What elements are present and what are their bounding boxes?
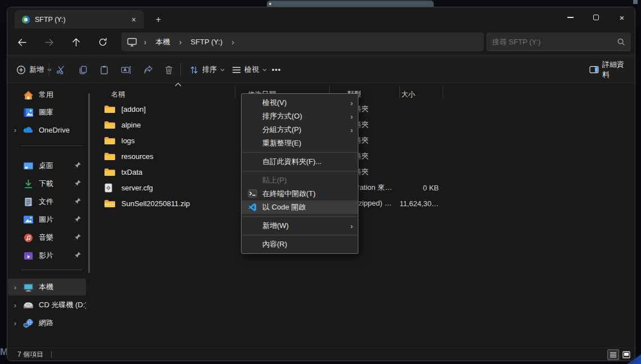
breadcrumb-segment[interactable]: SFTP (Y:)	[188, 37, 225, 47]
up-button[interactable]	[67, 33, 85, 51]
details-view-toggle[interactable]	[607, 349, 619, 360]
background-window-titlebar	[267, 0, 434, 7]
sidebar-item-documents[interactable]: ›文件	[8, 193, 86, 210]
file-name: SunSell20250811.zip	[121, 199, 190, 208]
trash-icon	[165, 65, 173, 75]
sidebar-item-desktop[interactable]: ›桌面	[8, 157, 86, 174]
home-icon	[22, 89, 34, 101]
sidebar-item-gallery[interactable]: ›圖庫	[8, 104, 86, 121]
maximize-icon	[593, 15, 599, 20]
minimize-button[interactable]	[557, 7, 583, 28]
paste-button[interactable]	[94, 61, 114, 79]
copy-icon	[78, 65, 88, 75]
address-bar-row: ›本機›SFTP (Y:)›	[7, 29, 635, 55]
rename-button[interactable]	[116, 61, 136, 79]
cut-icon	[56, 65, 66, 75]
menu-item-open-in-terminal[interactable]: 在終端中開啟(T)	[242, 187, 358, 201]
chevron-right-icon[interactable]: ›	[8, 283, 22, 292]
tab-close-icon[interactable]: ×	[128, 14, 139, 25]
column-header-0[interactable]: 名稱	[111, 90, 125, 99]
sort-ascending-icon	[175, 83, 181, 87]
zip-folder-icon	[104, 199, 115, 208]
sidebar-item-label: 網路	[39, 318, 86, 328]
maximize-button[interactable]	[583, 7, 609, 28]
details-pane-button[interactable]: 詳細資料	[585, 61, 635, 79]
delete-button[interactable]	[158, 61, 179, 79]
menu-item-label: 以 Code 開啟	[262, 202, 306, 212]
refresh-button[interactable]	[94, 33, 112, 51]
chevron-right-icon[interactable]: ›	[8, 301, 22, 310]
sidebar-item-cd[interactable]: ›CD 光碟機 (D:)	[8, 297, 86, 313]
column-separator[interactable]	[235, 86, 235, 98]
sidebar-item-pictures[interactable]: ›圖片	[8, 211, 86, 228]
vscode-icon	[248, 203, 257, 212]
search-input[interactable]	[492, 38, 617, 46]
pin-icon	[74, 197, 83, 206]
menu-item-sort-by[interactable]: 排序方式(O)›	[242, 110, 358, 123]
menu-divider	[242, 235, 357, 235]
sidebar-divider	[21, 270, 83, 270]
new-tab-button[interactable]: +	[151, 12, 166, 27]
pin-icon	[74, 233, 83, 242]
view-button[interactable]: 檢視	[228, 61, 271, 79]
menu-item-properties[interactable]: 內容(R)	[242, 238, 358, 251]
menu-item-customize-folder[interactable]: 自訂此資料夾(F)...	[242, 155, 358, 169]
menu-item-new[interactable]: 新增(W)›	[242, 219, 358, 233]
new-button[interactable]: 新增	[12, 61, 56, 79]
pin-icon	[74, 215, 83, 224]
share-icon	[143, 65, 153, 75]
sidebar-scrollbar[interactable]	[88, 93, 90, 273]
menu-item-label: 新增(W)	[262, 221, 289, 231]
menu-divider	[242, 171, 357, 171]
tab-sftp[interactable]: SFTP (Y:) ×	[15, 10, 144, 29]
sidebar-item-thispc[interactable]: ›本機	[8, 279, 86, 295]
menu-item-label: 自訂此資料夾(F)...	[262, 157, 321, 167]
sidebar-item-music[interactable]: ›音樂	[8, 229, 86, 246]
column-separator[interactable]	[443, 86, 443, 98]
onedrive-icon	[22, 124, 34, 135]
terminal-icon	[248, 189, 257, 198]
share-button[interactable]	[138, 61, 158, 79]
menu-item-group-by[interactable]: 分組方式(P)›	[242, 123, 358, 136]
menu-item-view[interactable]: 檢視(V)›	[242, 96, 358, 110]
chevron-right-icon[interactable]: ›	[8, 319, 22, 327]
context-menu: 檢視(V)›排序方式(O)›分組方式(P)›重新整理(E)自訂此資料夾(F)..…	[241, 93, 358, 254]
large-icons-view-toggle[interactable]	[620, 349, 632, 360]
column-header-3[interactable]: 大小	[401, 90, 415, 99]
file-size: 0 KB	[372, 184, 439, 192]
close-button[interactable]: ×	[609, 7, 635, 28]
search-box[interactable]	[487, 33, 631, 51]
sidebar-item-home[interactable]: ›常用	[8, 87, 86, 103]
documents-icon	[22, 196, 34, 207]
sidebar-item-label: 音樂	[39, 233, 74, 243]
sort-icon	[189, 65, 199, 75]
chevron-right-icon[interactable]: ›	[8, 126, 22, 134]
copy-button[interactable]	[72, 61, 93, 79]
search-icon[interactable]	[617, 38, 625, 46]
breadcrumb[interactable]: ›本機›SFTP (Y:)›	[121, 33, 484, 51]
sidebar-item-download[interactable]: ›下載	[8, 175, 86, 192]
file-name: txData	[121, 168, 143, 176]
file-name: alpine	[121, 121, 141, 129]
sidebar-item-network[interactable]: ›網路	[8, 315, 86, 331]
music-icon	[22, 232, 34, 243]
folder-icon	[104, 120, 115, 130]
toolbar-separator	[180, 63, 181, 76]
sidebar-item-onedrive[interactable]: ›OneDrive	[8, 121, 86, 138]
sort-button[interactable]: 排序	[185, 61, 229, 79]
file-name: server.cfg	[121, 184, 153, 192]
file-name: resources	[121, 152, 153, 161]
more-options-button[interactable]: •••	[267, 61, 286, 79]
menu-item-refresh[interactable]: 重新整理(E)	[242, 136, 358, 150]
breadcrumb-chevron-icon: ›	[175, 38, 187, 47]
breadcrumb-segment[interactable]: 本機	[153, 36, 172, 48]
column-separator[interactable]	[399, 86, 400, 98]
cut-button[interactable]	[51, 61, 71, 79]
pin-icon	[74, 161, 83, 170]
menu-divider	[242, 216, 357, 217]
back-button[interactable]	[13, 33, 31, 51]
sidebar-divider	[21, 145, 83, 146]
menu-item-open-with-code[interactable]: 以 Code 開啟	[242, 201, 358, 214]
forward-button[interactable]	[40, 33, 58, 51]
sidebar-item-videos[interactable]: ›影片	[8, 247, 86, 264]
